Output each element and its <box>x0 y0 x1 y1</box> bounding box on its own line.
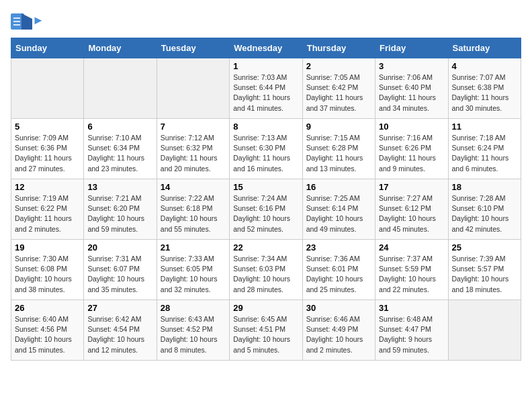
day-info: Sunrise: 6:42 AM Sunset: 4:54 PM Dayligh… <box>87 314 152 355</box>
day-number: 2 <box>306 61 371 71</box>
svg-marker-1 <box>21 13 32 30</box>
calendar-week-row: 12Sunrise: 7:19 AM Sunset: 6:22 PM Dayli… <box>11 179 521 240</box>
calendar-cell: 10Sunrise: 7:16 AM Sunset: 6:26 PM Dayli… <box>375 119 448 179</box>
day-info: Sunrise: 6:45 AM Sunset: 4:51 PM Dayligh… <box>233 314 298 355</box>
day-info: Sunrise: 7:16 AM Sunset: 6:26 PM Dayligh… <box>379 133 444 174</box>
day-of-week-header: Thursday <box>302 38 375 58</box>
day-info: Sunrise: 7:07 AM Sunset: 6:38 PM Dayligh… <box>452 73 517 113</box>
calendar-cell: 15Sunrise: 7:24 AM Sunset: 6:16 PM Dayli… <box>230 179 302 240</box>
day-number: 13 <box>87 182 152 192</box>
day-number: 1 <box>233 61 298 71</box>
calendar-cell: 20Sunrise: 7:31 AM Sunset: 6:07 PM Dayli… <box>84 240 157 300</box>
day-number: 19 <box>15 242 80 253</box>
calendar-cell: 31Sunrise: 6:48 AM Sunset: 4:47 PM Dayli… <box>375 300 448 361</box>
day-info: Sunrise: 7:39 AM Sunset: 5:57 PM Dayligh… <box>452 254 517 295</box>
day-info: Sunrise: 7:28 AM Sunset: 6:10 PM Dayligh… <box>452 193 517 234</box>
page-header: ► <box>11 11 521 30</box>
calendar-cell: 21Sunrise: 7:33 AM Sunset: 6:05 PM Dayli… <box>157 240 229 300</box>
day-number: 17 <box>379 182 444 192</box>
day-info: Sunrise: 7:33 AM Sunset: 6:05 PM Dayligh… <box>161 254 226 295</box>
day-number: 4 <box>452 61 517 71</box>
day-info: Sunrise: 7:09 AM Sunset: 6:36 PM Dayligh… <box>15 133 80 174</box>
calendar-cell <box>157 58 229 119</box>
day-number: 11 <box>452 122 517 132</box>
day-info: Sunrise: 7:36 AM Sunset: 6:01 PM Dayligh… <box>306 254 371 295</box>
day-info: Sunrise: 7:30 AM Sunset: 6:08 PM Dayligh… <box>15 254 80 295</box>
day-number: 23 <box>306 242 371 253</box>
calendar-cell: 26Sunrise: 6:40 AM Sunset: 4:56 PM Dayli… <box>11 300 84 361</box>
calendar-cell: 16Sunrise: 7:25 AM Sunset: 6:14 PM Dayli… <box>302 179 375 240</box>
calendar-cell: 2Sunrise: 7:05 AM Sunset: 6:42 PM Daylig… <box>302 58 375 119</box>
calendar-table: SundayMondayTuesdayWednesdayThursdayFrid… <box>11 38 521 361</box>
day-number: 15 <box>233 182 298 192</box>
day-info: Sunrise: 7:34 AM Sunset: 6:03 PM Dayligh… <box>233 254 298 295</box>
logo-text: ► <box>32 13 44 28</box>
day-number: 30 <box>306 303 371 313</box>
day-number: 21 <box>161 242 226 253</box>
day-info: Sunrise: 7:21 AM Sunset: 6:20 PM Dayligh… <box>87 193 152 234</box>
day-info: Sunrise: 7:25 AM Sunset: 6:14 PM Dayligh… <box>306 193 371 234</box>
day-number: 8 <box>233 122 298 132</box>
calendar-cell: 22Sunrise: 7:34 AM Sunset: 6:03 PM Dayli… <box>230 240 302 300</box>
calendar-cell: 27Sunrise: 6:42 AM Sunset: 4:54 PM Dayli… <box>84 300 157 361</box>
calendar-cell <box>84 58 157 119</box>
day-number: 24 <box>379 242 444 253</box>
day-info: Sunrise: 6:48 AM Sunset: 4:47 PM Dayligh… <box>379 314 444 355</box>
day-number: 6 <box>87 122 152 132</box>
day-number: 18 <box>452 182 517 192</box>
calendar-cell: 7Sunrise: 7:12 AM Sunset: 6:32 PM Daylig… <box>157 119 229 179</box>
calendar-cell <box>11 58 84 119</box>
calendar-cell: 28Sunrise: 6:43 AM Sunset: 4:52 PM Dayli… <box>157 300 229 361</box>
day-number: 12 <box>15 182 80 192</box>
calendar-cell: 11Sunrise: 7:18 AM Sunset: 6:24 PM Dayli… <box>448 119 521 179</box>
day-info: Sunrise: 7:37 AM Sunset: 5:59 PM Dayligh… <box>379 254 444 295</box>
svg-rect-2 <box>13 17 20 19</box>
calendar-cell: 19Sunrise: 7:30 AM Sunset: 6:08 PM Dayli… <box>11 240 84 300</box>
day-info: Sunrise: 6:46 AM Sunset: 4:49 PM Dayligh… <box>306 314 371 355</box>
calendar-week-row: 1Sunrise: 7:03 AM Sunset: 6:44 PM Daylig… <box>11 58 521 119</box>
day-of-week-header: Friday <box>375 38 448 58</box>
day-info: Sunrise: 6:40 AM Sunset: 4:56 PM Dayligh… <box>15 314 80 355</box>
calendar-week-row: 19Sunrise: 7:30 AM Sunset: 6:08 PM Dayli… <box>11 240 521 300</box>
day-number: 26 <box>15 303 80 313</box>
day-info: Sunrise: 7:31 AM Sunset: 6:07 PM Dayligh… <box>87 254 152 295</box>
day-number: 29 <box>233 303 298 313</box>
calendar-cell: 30Sunrise: 6:46 AM Sunset: 4:49 PM Dayli… <box>302 300 375 361</box>
day-of-week-header: Monday <box>84 38 157 58</box>
day-number: 31 <box>379 303 444 313</box>
logo-icon <box>11 11 30 30</box>
day-info: Sunrise: 7:24 AM Sunset: 6:16 PM Dayligh… <box>233 193 298 234</box>
day-number: 27 <box>87 303 152 313</box>
day-of-week-header: Saturday <box>448 38 521 58</box>
calendar-cell: 23Sunrise: 7:36 AM Sunset: 6:01 PM Dayli… <box>302 240 375 300</box>
calendar-cell: 6Sunrise: 7:10 AM Sunset: 6:34 PM Daylig… <box>84 119 157 179</box>
calendar-cell: 17Sunrise: 7:27 AM Sunset: 6:12 PM Dayli… <box>375 179 448 240</box>
calendar-cell: 14Sunrise: 7:22 AM Sunset: 6:18 PM Dayli… <box>157 179 229 240</box>
calendar-cell: 13Sunrise: 7:21 AM Sunset: 6:20 PM Dayli… <box>84 179 157 240</box>
calendar-cell: 3Sunrise: 7:06 AM Sunset: 6:40 PM Daylig… <box>375 58 448 119</box>
day-of-week-header: Wednesday <box>230 38 302 58</box>
day-info: Sunrise: 7:06 AM Sunset: 6:40 PM Dayligh… <box>379 73 444 113</box>
calendar-cell: 25Sunrise: 7:39 AM Sunset: 5:57 PM Dayli… <box>448 240 521 300</box>
day-info: Sunrise: 6:43 AM Sunset: 4:52 PM Dayligh… <box>161 314 226 355</box>
svg-rect-4 <box>13 24 20 26</box>
day-info: Sunrise: 7:19 AM Sunset: 6:22 PM Dayligh… <box>15 193 80 234</box>
day-number: 5 <box>15 122 80 132</box>
calendar-cell: 4Sunrise: 7:07 AM Sunset: 6:38 PM Daylig… <box>448 58 521 119</box>
calendar-cell: 1Sunrise: 7:03 AM Sunset: 6:44 PM Daylig… <box>230 58 302 119</box>
day-info: Sunrise: 7:22 AM Sunset: 6:18 PM Dayligh… <box>161 193 226 234</box>
day-info: Sunrise: 7:13 AM Sunset: 6:30 PM Dayligh… <box>233 133 298 174</box>
calendar-cell: 5Sunrise: 7:09 AM Sunset: 6:36 PM Daylig… <box>11 119 84 179</box>
day-number: 16 <box>306 182 371 192</box>
day-info: Sunrise: 7:27 AM Sunset: 6:12 PM Dayligh… <box>379 193 444 234</box>
calendar-cell: 29Sunrise: 6:45 AM Sunset: 4:51 PM Dayli… <box>230 300 302 361</box>
svg-rect-3 <box>13 21 20 22</box>
calendar-cell <box>448 300 521 361</box>
day-number: 9 <box>306 122 371 132</box>
day-info: Sunrise: 7:05 AM Sunset: 6:42 PM Dayligh… <box>306 73 371 113</box>
day-number: 25 <box>452 242 517 253</box>
calendar-cell: 9Sunrise: 7:15 AM Sunset: 6:28 PM Daylig… <box>302 119 375 179</box>
day-of-week-header: Sunday <box>11 38 84 58</box>
day-number: 22 <box>233 242 298 253</box>
day-info: Sunrise: 7:10 AM Sunset: 6:34 PM Dayligh… <box>87 133 152 174</box>
